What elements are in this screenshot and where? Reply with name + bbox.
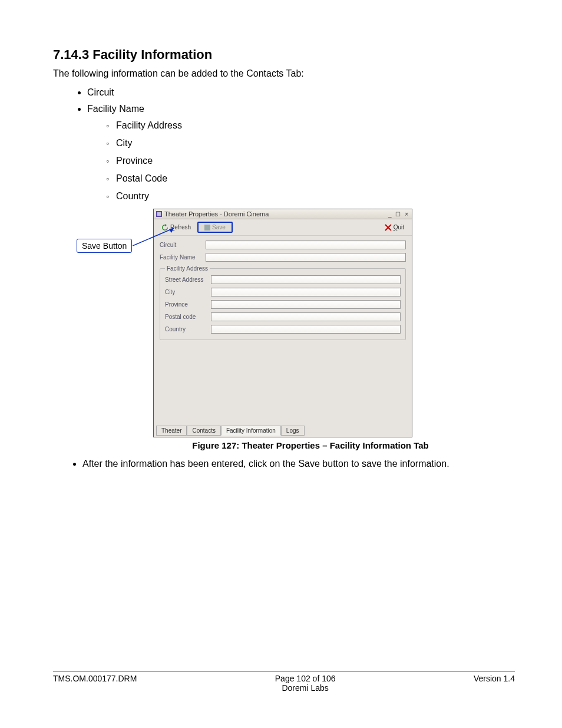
app-icon bbox=[156, 211, 162, 217]
list-item: City bbox=[106, 138, 515, 149]
window-titlebar: Theater Properties - Doremi Cinema _ ☐ × bbox=[154, 209, 412, 219]
country-label: Country bbox=[165, 326, 207, 332]
callout-save-button: Save Button bbox=[77, 239, 132, 253]
facility-address-legend: Facility Address bbox=[165, 265, 210, 272]
list-item-label: Facility Name bbox=[87, 104, 144, 114]
quit-label: Quit bbox=[394, 224, 404, 230]
footer-page-number: Page 102 of 106 bbox=[275, 674, 336, 683]
facility-address-group: Facility Address Street Address City Pro… bbox=[160, 265, 406, 340]
close-icon bbox=[385, 224, 392, 231]
footer-company: Doremi Labs bbox=[282, 683, 328, 693]
window-title: Theater Properties - Doremi Cinema bbox=[164, 210, 269, 218]
province-label: Province bbox=[165, 301, 207, 308]
facility-name-input[interactable] bbox=[206, 253, 406, 262]
quit-button[interactable]: Quit bbox=[381, 222, 408, 233]
tab-facility-information[interactable]: Facility Information bbox=[221, 426, 281, 436]
facility-name-label: Facility Name bbox=[160, 254, 202, 261]
section-heading: 7.14.3 Facility Information bbox=[53, 47, 515, 62]
postal-label: Postal code bbox=[165, 314, 207, 320]
after-list: After the information has been entered, … bbox=[82, 457, 515, 470]
footer-doc-id: TMS.OM.000177.DRM bbox=[53, 674, 137, 693]
intro-text: The following information can be added t… bbox=[53, 68, 515, 79]
footer-version: Version 1.4 bbox=[474, 674, 515, 693]
save-label: Save bbox=[212, 224, 226, 230]
info-list: Circuit Facility Name Facility Address C… bbox=[87, 87, 515, 202]
list-item: Postal Code bbox=[106, 173, 515, 184]
callout-arrow bbox=[133, 246, 189, 246]
list-item: Facility Address bbox=[106, 120, 515, 131]
list-item: Province bbox=[106, 156, 515, 166]
save-button[interactable]: Save bbox=[197, 222, 233, 233]
country-input[interactable] bbox=[211, 325, 401, 334]
tab-contacts[interactable]: Contacts bbox=[187, 426, 220, 436]
page-footer: TMS.OM.000177.DRM Page 102 of 106 Doremi… bbox=[53, 671, 515, 693]
province-input[interactable] bbox=[211, 300, 401, 309]
list-item: After the information has been entered, … bbox=[82, 457, 515, 470]
postal-input[interactable] bbox=[211, 312, 401, 321]
tab-theater[interactable]: Theater bbox=[156, 426, 187, 436]
window-controls[interactable]: _ ☐ × bbox=[388, 211, 409, 218]
bottom-tabstrip: Theater Contacts Facility Information Lo… bbox=[154, 425, 412, 437]
street-input[interactable] bbox=[211, 275, 401, 284]
list-item: Country bbox=[106, 191, 515, 202]
list-item: Circuit bbox=[87, 87, 515, 98]
save-icon bbox=[204, 225, 210, 230]
city-input[interactable] bbox=[211, 288, 401, 297]
svg-line-0 bbox=[133, 228, 174, 246]
facility-form: Circuit Facility Name Facility Address S… bbox=[154, 236, 412, 425]
city-label: City bbox=[165, 289, 207, 295]
list-item: Facility Name Facility Address City Prov… bbox=[87, 104, 515, 202]
figure-caption: Figure 127: Theater Properties – Facilit… bbox=[106, 440, 515, 450]
svg-rect-3 bbox=[157, 212, 161, 216]
svg-marker-1 bbox=[169, 228, 174, 233]
street-label: Street Address bbox=[165, 276, 207, 283]
circuit-input[interactable] bbox=[206, 241, 406, 249]
tab-logs[interactable]: Logs bbox=[281, 426, 305, 436]
